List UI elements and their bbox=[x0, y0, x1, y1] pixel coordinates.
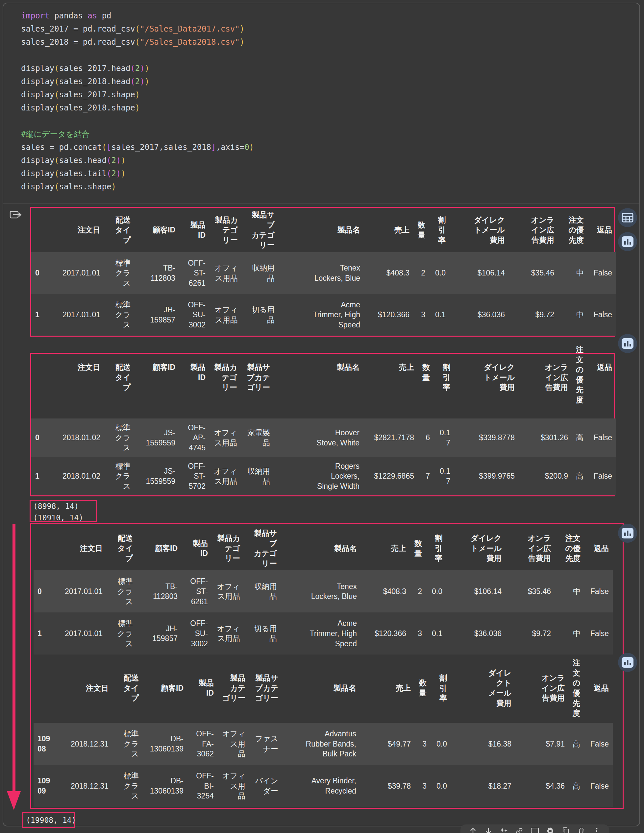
column-header: 製品 ID bbox=[179, 208, 209, 252]
column-header: 顧客ID bbox=[135, 354, 179, 418]
table-cell: オフィ ス用 品 bbox=[218, 723, 249, 765]
code-token: ] bbox=[211, 143, 216, 152]
code-token: 2 bbox=[111, 169, 116, 178]
chart-view-button-4[interactable] bbox=[618, 653, 637, 672]
column-header: 製品 カテ ゴリー bbox=[218, 653, 249, 723]
column-header: 売上 bbox=[360, 653, 415, 723]
table-cell: 0.17 bbox=[434, 418, 454, 457]
table-cell: Acme Trimmer, High Speed bbox=[279, 294, 364, 336]
bar-chart-icon bbox=[621, 528, 633, 539]
column-header: 製品サ ブカテ ゴリー bbox=[249, 653, 282, 723]
shape-2018-text: (10910, 14) bbox=[31, 512, 96, 524]
table-cell: Acme Trimmer, High Speed bbox=[281, 613, 361, 654]
output-frame-sales-concat: 注文日配送 タイ プ顧客ID製品 ID製品カ テゴ リー製品サブ カテゴ リー製… bbox=[30, 523, 624, 809]
table-cell: DB- 13060139 bbox=[143, 723, 187, 765]
column-header: 数 量 bbox=[415, 653, 430, 723]
code-token: display bbox=[21, 90, 54, 99]
table-grid-icon bbox=[621, 213, 633, 222]
column-header: 割 引 率 bbox=[430, 653, 451, 723]
chart-view-button-2[interactable] bbox=[618, 334, 637, 353]
table-cell: 0.0 bbox=[430, 765, 451, 807]
code-token: sales_2018 = pd.read_csv bbox=[21, 37, 135, 47]
table-view-button[interactable] bbox=[618, 208, 637, 227]
table-cell: $7.91 bbox=[515, 723, 569, 765]
table-cell: $35.46 bbox=[506, 570, 555, 613]
table-cell: False bbox=[584, 613, 613, 654]
table-cell: 3 bbox=[414, 294, 429, 336]
column-header: 顧客ID bbox=[135, 208, 179, 252]
code-line: display(sales_2017.shape) bbox=[21, 88, 626, 101]
box-arrow-icon[interactable] bbox=[9, 209, 22, 220]
code-token: sales_2017.head bbox=[59, 64, 130, 73]
code-token: "/Sales_Data2018.csv" bbox=[140, 37, 240, 47]
column-header: 製品カ テゴ リー bbox=[209, 354, 241, 418]
table-cell: False bbox=[584, 765, 613, 807]
copy-link-icon[interactable] bbox=[514, 827, 524, 833]
code-token: ( bbox=[135, 37, 140, 47]
code-line: display(sales_2018.shape) bbox=[21, 101, 626, 114]
code-token: ) bbox=[240, 24, 245, 34]
table-cell: 0.17 bbox=[434, 457, 454, 495]
code-token: display bbox=[21, 103, 54, 113]
chart-view-button-1[interactable] bbox=[618, 232, 637, 251]
column-header: 製品名 bbox=[279, 208, 364, 252]
code-token: ) bbox=[121, 169, 125, 178]
table-cell: $18.27 bbox=[451, 765, 515, 807]
table-cell: 2017.01.01 bbox=[48, 252, 104, 294]
code-token: 0 bbox=[245, 143, 249, 152]
dataframe-sales-concat-tail: 注文日配送 タイ プ顧客ID製品 ID製品 カテ ゴリー製品サ ブカテ ゴリー製… bbox=[34, 653, 613, 807]
table-cell: 家電製 品 bbox=[241, 418, 274, 457]
table-cell: $35.46 bbox=[509, 252, 558, 294]
code-token: ) bbox=[249, 143, 254, 152]
column-header: 製品 ID bbox=[182, 526, 212, 570]
column-header: 顧客ID bbox=[143, 653, 187, 723]
code-token: sales_2017,sales_2018 bbox=[111, 143, 211, 152]
table-cell: Tenex Lockers, Blue bbox=[279, 252, 364, 294]
code-token: "/Sales_Data2017.csv" bbox=[140, 24, 240, 34]
move-cell-up-button[interactable] bbox=[468, 827, 478, 833]
chart-view-button-3[interactable] bbox=[618, 524, 637, 543]
open-editor-icon[interactable] bbox=[530, 827, 540, 833]
table-cell: 高 bbox=[569, 723, 584, 765]
code-token: pandas bbox=[50, 11, 88, 20]
table-cell: 中 bbox=[555, 613, 584, 654]
table-cell: 標準 クラ ス bbox=[104, 252, 135, 294]
column-header: 割 引 率 bbox=[434, 354, 454, 418]
code-token: display bbox=[21, 182, 54, 191]
settings-gear-icon[interactable] bbox=[545, 827, 555, 833]
column-header: オンラ イン広 告費用 bbox=[515, 653, 569, 723]
table-cell: 0.1 bbox=[426, 613, 446, 654]
column-header: 配送 タイ プ bbox=[106, 526, 137, 570]
table-cell: Hoover Stove, White bbox=[274, 418, 364, 457]
column-header: オンラ イン広 告費用 bbox=[509, 208, 558, 252]
column-header: 注文日 bbox=[48, 208, 104, 252]
table-cell: TB- 112803 bbox=[137, 570, 182, 613]
delete-cell-icon[interactable] bbox=[576, 827, 586, 833]
copy-cell-icon[interactable] bbox=[561, 827, 571, 833]
table-cell: ファス ナー bbox=[249, 723, 282, 765]
move-cell-down-button[interactable] bbox=[483, 827, 493, 833]
row-index: 1 bbox=[31, 294, 48, 336]
bar-chart-icon bbox=[621, 338, 633, 349]
bar-chart-icon bbox=[621, 657, 633, 667]
column-header: 製品 ID bbox=[187, 653, 218, 723]
code-editor[interactable]: import pandas as pdsales_2017 = pd.read_… bbox=[21, 9, 626, 193]
table-cell: 標準 クラ ス bbox=[106, 613, 137, 654]
table-cell: 標準 クラ ス bbox=[104, 457, 135, 495]
row-index: 10908 bbox=[34, 723, 56, 765]
table-cell: オフィ ス用品 bbox=[209, 252, 242, 294]
column-header: 配送 タイ プ bbox=[113, 653, 143, 723]
ai-sparkles-icon[interactable] bbox=[499, 827, 509, 833]
table-cell: 3 bbox=[415, 765, 430, 807]
column-header: 売上 bbox=[361, 526, 410, 570]
table-cell: 標準 クラ ス bbox=[113, 765, 143, 807]
table-cell: OFF- SU- 3002 bbox=[179, 294, 209, 336]
code-token: sales_2017 = pd.read_csv bbox=[21, 24, 135, 34]
code-token: pd bbox=[97, 11, 111, 20]
table-cell: OFF- ST- 5702 bbox=[179, 457, 209, 495]
table-cell: $106.14 bbox=[449, 252, 509, 294]
more-options-icon[interactable] bbox=[592, 827, 602, 833]
column-header: 割 引 率 bbox=[429, 208, 449, 252]
code-line: sales = pd.concat([sales_2017,sales_2018… bbox=[21, 141, 626, 154]
column-header: 配送 タイ プ bbox=[104, 208, 135, 252]
